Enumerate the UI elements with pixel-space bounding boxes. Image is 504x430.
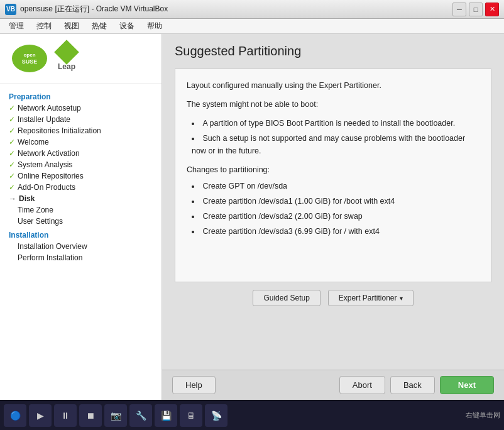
title-bar: VB opensuse [正在运行] - Oracle VM VirtualBo… bbox=[0, 0, 504, 19]
sidebar-nav: Preparation ✓ Network Autosetup ✓ Instal… bbox=[0, 84, 162, 400]
sidebar-item-repositories-init[interactable]: ✓ Repositories Initialization bbox=[0, 125, 162, 136]
sidebar-item-addon-products[interactable]: ✓ Add-On Products bbox=[0, 182, 162, 193]
expert-partitioner-button[interactable]: Expert Partitioner ▾ bbox=[328, 290, 414, 306]
taskbar-icon-1[interactable]: 🔵 bbox=[4, 404, 26, 427]
sidebar: open SUSE Leap Preparation ✓ Network Aut… bbox=[0, 34, 162, 400]
menu-control[interactable]: 控制 bbox=[30, 19, 58, 33]
sidebar-item-installation-overview[interactable]: Installation Overview bbox=[0, 241, 162, 252]
sidebar-item-system-analysis[interactable]: ✓ System Analysis bbox=[0, 159, 162, 170]
sidebar-item-installer-update[interactable]: ✓ Installer Update bbox=[0, 114, 162, 125]
change-item-4: Create partition /dev/sda3 (6.99 GiB) fo… bbox=[192, 225, 479, 238]
taskbar-icon-7[interactable]: 💾 bbox=[155, 404, 177, 427]
check-icon: ✓ bbox=[9, 160, 15, 169]
content-warning-title: The system might not be able to boot: bbox=[187, 98, 479, 111]
check-icon: ✓ bbox=[9, 149, 15, 158]
warning-item-1: A partition of type BIOS Boot Partition … bbox=[192, 117, 479, 130]
check-icon: ✓ bbox=[9, 138, 15, 146]
guided-setup-button[interactable]: Guided Setup bbox=[253, 290, 320, 306]
change-item-2: Create partition /dev/sda1 (1.00 GiB) fo… bbox=[192, 195, 479, 207]
menu-view[interactable]: 视图 bbox=[58, 19, 85, 33]
menu-devices[interactable]: 设备 bbox=[113, 19, 141, 33]
content-intro: Layout configured manually using the Exp… bbox=[187, 79, 479, 92]
menu-hotkeys[interactable]: 热键 bbox=[85, 19, 113, 33]
taskbar: 🔵 ▶ ⏸ ⏹ 📷 🔧 💾 🖥 📡 右键单击网 bbox=[0, 400, 504, 430]
help-button[interactable]: Help bbox=[172, 376, 216, 394]
next-button[interactable]: Next bbox=[440, 376, 494, 394]
taskbar-icon-6[interactable]: 🔧 bbox=[129, 404, 152, 427]
app-icon: VB bbox=[5, 4, 16, 15]
sidebar-item-welcome[interactable]: ✓ Welcome bbox=[0, 136, 162, 148]
sidebar-item-network-activation[interactable]: ✓ Network Activation bbox=[0, 148, 162, 159]
content-inner: Suggested Partitioning Layout configured… bbox=[162, 34, 504, 370]
sidebar-item-timezone[interactable]: Time Zone bbox=[0, 204, 162, 216]
change-item-1: Create GPT on /dev/sda bbox=[192, 180, 479, 192]
check-icon: ✓ bbox=[9, 183, 15, 192]
taskbar-icon-4[interactable]: ⏹ bbox=[79, 404, 102, 427]
opensuse-logo-svg: open SUSE bbox=[11, 43, 48, 74]
partition-buttons-row: Guided Setup Expert Partitioner ▾ bbox=[175, 282, 491, 311]
sidebar-item-user-settings[interactable]: User Settings bbox=[0, 216, 162, 227]
window-controls[interactable]: ─ □ ✕ bbox=[452, 3, 499, 16]
close-button[interactable]: ✕ bbox=[485, 3, 499, 16]
changes-list: Create GPT on /dev/sda Create partition … bbox=[192, 180, 479, 238]
check-icon: ✓ bbox=[9, 115, 15, 124]
vm-window: open SUSE Leap Preparation ✓ Network Aut… bbox=[0, 34, 504, 400]
change-item-3: Create partition /dev/sda2 (2.00 GiB) fo… bbox=[192, 210, 479, 223]
leap-logo: Leap bbox=[58, 43, 75, 74]
warning-item-2: Such a setup is not supported and may ca… bbox=[192, 132, 479, 157]
taskbar-icon-8[interactable]: 🖥 bbox=[180, 404, 202, 427]
minimize-button[interactable]: ─ bbox=[452, 3, 466, 16]
sidebar-item-online-repos[interactable]: ✓ Online Repositories bbox=[0, 170, 162, 182]
svg-text:open: open bbox=[23, 52, 35, 58]
installation-header: Installation bbox=[0, 227, 162, 241]
taskbar-icon-2[interactable]: ▶ bbox=[29, 404, 52, 427]
svg-text:SUSE: SUSE bbox=[22, 58, 38, 65]
arrow-icon: → bbox=[9, 194, 16, 203]
menu-help[interactable]: 帮助 bbox=[141, 19, 168, 33]
maximize-button[interactable]: □ bbox=[469, 3, 483, 16]
taskbar-icon-3[interactable]: ⏸ bbox=[54, 404, 77, 427]
content-area: Suggested Partitioning Layout configured… bbox=[162, 34, 504, 400]
preparation-header: Preparation bbox=[0, 89, 162, 102]
menu-bar: 管理 控制 视图 热键 设备 帮助 bbox=[0, 19, 504, 34]
abort-button[interactable]: Abort bbox=[339, 376, 385, 394]
sidebar-item-network-autosetup[interactable]: ✓ Network Autosetup bbox=[0, 102, 162, 114]
taskbar-icon-5[interactable]: 📷 bbox=[104, 404, 127, 427]
bottom-bar: Help Abort Back Next bbox=[162, 370, 504, 400]
page-title: Suggested Partitioning bbox=[175, 44, 491, 58]
window-title: opensuse [正在运行] - Oracle VM VirtualBox bbox=[20, 4, 452, 14]
dropdown-arrow-icon: ▾ bbox=[400, 295, 403, 302]
taskbar-notification: 右键单击网 bbox=[466, 411, 500, 420]
taskbar-icon-9[interactable]: 📡 bbox=[205, 404, 227, 427]
sidebar-item-disk[interactable]: → Disk bbox=[0, 193, 162, 204]
sidebar-item-perform-installation[interactable]: Perform Installation bbox=[0, 252, 162, 263]
back-button[interactable]: Back bbox=[390, 376, 435, 394]
warning-list: A partition of type BIOS Boot Partition … bbox=[192, 117, 479, 157]
check-icon: ✓ bbox=[9, 172, 15, 180]
menu-manage[interactable]: 管理 bbox=[3, 19, 30, 33]
content-box: Layout configured manually using the Exp… bbox=[175, 69, 491, 282]
sidebar-logo: open SUSE Leap bbox=[0, 34, 162, 84]
check-icon: ✓ bbox=[9, 104, 15, 113]
check-icon: ✓ bbox=[9, 126, 15, 135]
changes-label: Changes to partitioning: bbox=[187, 163, 479, 176]
